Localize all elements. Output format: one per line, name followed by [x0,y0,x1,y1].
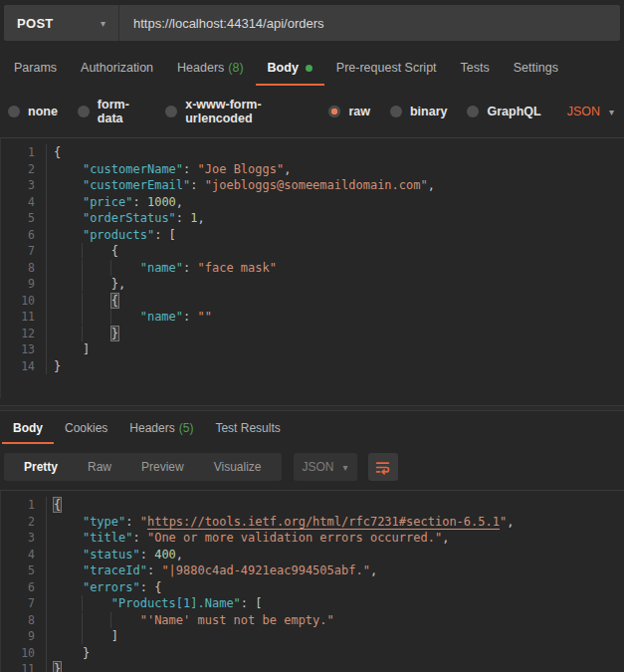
tab-pre-request-script[interactable]: Pre-request Script [324,54,449,86]
radio-label: raw [348,105,370,118]
body-type-form-data[interactable]: form-data [78,98,145,125]
line-number: 1 [1,144,47,161]
line-number: 9 [1,628,47,645]
body-type-none[interactable]: none [8,105,58,118]
code-token: "Joe Bloggs" [198,162,285,176]
body-type-row: noneform-datax-www-form-urlencodedrawbin… [0,91,624,136]
code-line[interactable]: 12 } [1,326,624,342]
tab-cookies[interactable]: Cookies [54,415,118,444]
code-line[interactable]: 3 "customerEmail": "joebloggs@someemaild… [1,177,624,194]
code-token: "title" [83,531,133,545]
code-line[interactable]: 14} [1,358,624,375]
code-token: "joebloggs@someemaildomain.com" [205,178,428,192]
code-content: "products": [ [54,227,176,244]
code-line[interactable]: 11 "name": "" [1,309,624,326]
tab-settings[interactable]: Settings [502,54,570,86]
code-token: , [176,195,183,209]
link-token[interactable]: https://tools.ietf.org/html/rfc7231#sect… [147,515,500,529]
code-content: "orderStatus": 1, [54,210,205,227]
code-line[interactable]: 4 "price": 1000, [1,194,624,211]
code-line[interactable]: 13 ] [1,341,624,358]
body-type-options: noneform-datax-www-form-urlencodedrawbin… [8,98,561,125]
code-content: ] [54,341,90,358]
view-raw[interactable]: Raw [73,453,126,481]
code-line[interactable]: 7 "Products[1].Name": [ [1,595,624,612]
indent-guide-icon [54,612,83,628]
response-format-dropdown[interactable]: JSON ▾ [294,453,357,481]
code-line[interactable]: 9 ] [1,628,624,645]
tab-params[interactable]: Params [2,54,69,86]
language-dropdown[interactable]: JSON ▾ [567,105,614,118]
tab-headers[interactable]: Headers(8) [165,54,256,86]
code-token: "products" [83,228,154,242]
radio-icon [8,106,20,117]
url-text: https://localhost:44314/api/orders [133,16,324,31]
code-line[interactable]: 3 "title": "One or more validation error… [1,530,624,547]
code-content: "title": "One or more validation errors … [54,530,449,547]
tab-test-results[interactable]: Test Results [204,415,291,444]
code-line[interactable]: 1{ [1,497,624,514]
code-line[interactable]: 11} [1,661,624,672]
code-line[interactable]: 10 } [1,645,624,662]
line-number: 9 [1,276,47,293]
code-content: "price": 1000, [54,194,183,211]
tab-tests[interactable]: Tests [449,54,502,86]
code-content: { [54,243,118,260]
code-line[interactable]: 5 "traceId": "|9880c4ad-4921eac994505abf… [1,562,624,579]
tab-label: Tests [461,61,490,75]
code-line[interactable]: 6 "products": [ [1,227,624,244]
code-content: } [54,645,90,662]
code-content: "Products[1].Name": [ [54,595,263,612]
code-line[interactable]: 2 "customerName": "Joe Bloggs", [1,161,624,178]
code-token: : [147,563,161,577]
code-line[interactable]: 8 "'Name' must not be empty." [1,612,624,629]
view-visualize[interactable]: Visualize [199,453,277,481]
code-token: ] [111,629,118,643]
code-token: : [125,515,139,529]
code-content: "traceId": "|9880c4ad-4921eac994505abf."… [54,562,377,579]
request-body-editor[interactable]: 1{2 "customerName": "Joe Bloggs",3 "cust… [0,137,624,398]
tab-headers[interactable]: Headers(5) [118,415,204,444]
body-type-raw[interactable]: raw [328,105,370,118]
method-dropdown[interactable]: POST ▾ [4,5,119,41]
url-input[interactable]: https://localhost:44314/api/orders [119,5,620,41]
code-line[interactable]: 8 "name": "face mask" [1,260,624,277]
body-type-x-www-form-urlencoded[interactable]: x-www-form-urlencoded [165,98,309,125]
code-line[interactable]: 6 "errors": { [1,579,624,596]
radio-icon [467,106,479,117]
code-line[interactable]: 4 "status": 400, [1,547,624,563]
code-content: { [54,293,118,310]
code-content: "name": "face mask" [54,260,277,277]
code-line[interactable]: 1{ [1,144,624,161]
code-line[interactable]: 10 { [1,293,624,310]
code-token: "name" [140,310,183,324]
tab-authorization[interactable]: Authorization [69,54,165,86]
tab-body[interactable]: Body [2,415,54,444]
code-token: { [54,145,61,159]
wrap-text-button[interactable] [368,453,398,481]
code-token: : [190,178,204,192]
code-line[interactable]: 5 "orderStatus": 1, [1,210,624,227]
view-preview[interactable]: Preview [126,453,199,481]
code-line[interactable]: 9 }, [1,276,624,293]
body-type-graphql[interactable]: GraphQL [467,105,540,118]
code-token: 1000 [147,195,176,209]
code-token: } [83,646,90,660]
indent-guide-icon [54,309,83,325]
indent-guide-icon [83,260,111,276]
indent-guide-icon [54,595,83,611]
code-token: 1 [190,211,197,225]
body-type-binary[interactable]: binary [390,105,448,118]
code-line[interactable]: 2 "type": "https://tools.ietf.org/html/r… [1,514,624,531]
code-token: "" [198,310,212,324]
tab-body[interactable]: Body [256,54,324,86]
code-token: , [428,178,435,192]
code-token: } [54,662,61,672]
green-dot-icon [306,65,312,72]
line-number: 8 [1,612,47,629]
response-body-editor[interactable]: 1{2 "type": "https://tools.ietf.org/html… [0,490,624,672]
view-pretty[interactable]: Pretty [9,453,73,481]
code-content: "status": 400, [54,547,183,563]
code-token: ] [83,342,90,356]
code-line[interactable]: 7 { [1,243,624,260]
